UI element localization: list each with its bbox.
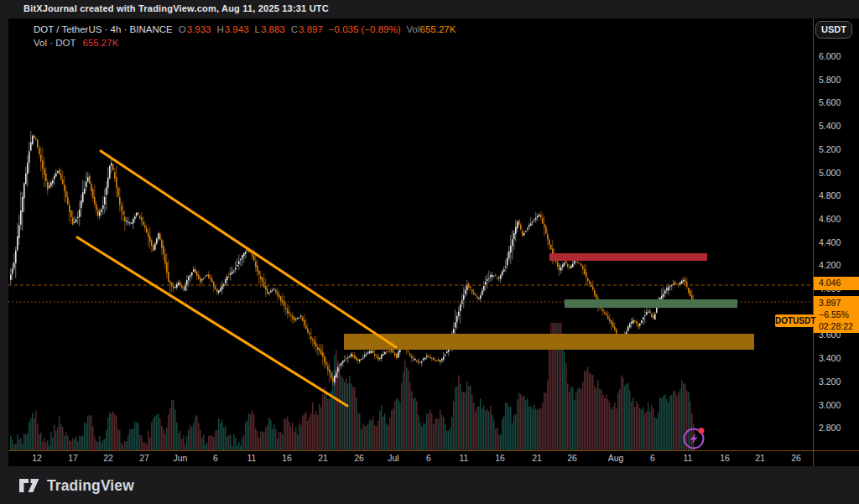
low-value: 3.883	[261, 24, 285, 34]
support-zone	[565, 299, 737, 308]
watermark-strip: BitXJournal created with TradingView.com…	[0, 0, 859, 18]
tradingview-logo-icon	[18, 475, 40, 496]
symbol-title[interactable]: DOT / TetherUS · 4h · BINANCE	[34, 24, 173, 34]
low-label: L	[255, 24, 260, 34]
watermark-text: BitXJournal created with TradingView.com…	[23, 3, 329, 13]
app-frame: BitXJournal created with TradingView.com…	[0, 0, 859, 504]
tradingview-logo[interactable]: TradingView	[18, 475, 134, 496]
volume-indicator-value: 655.27K	[82, 38, 118, 48]
demand-zone	[344, 334, 754, 350]
channel-upper	[101, 151, 396, 347]
high-label: H	[216, 24, 223, 34]
volume-value: 655.27K	[420, 24, 456, 34]
volume-label: Vol	[407, 24, 420, 34]
open-value: 3.933	[187, 24, 211, 34]
open-label: O	[179, 24, 186, 34]
chart-legend: DOT / TetherUS · 4h · BINANCEO3.933H3.94…	[34, 23, 456, 49]
volume-indicator-title[interactable]: Vol · DOT	[34, 38, 75, 48]
chart-area[interactable]: USDT 6.0005.8005.6005.4005.2005.0004.800…	[0, 18, 859, 466]
channel-lower	[77, 237, 347, 406]
close-label: C	[291, 24, 298, 34]
chart-canvas[interactable]	[0, 18, 859, 466]
close-value: 3.897	[299, 24, 323, 34]
footer-bar: TradingView	[0, 466, 859, 504]
legend-line1: DOT / TetherUS · 4h · BINANCEO3.933H3.94…	[34, 23, 456, 36]
resistance-zone	[549, 253, 707, 261]
tradingview-logo-text: TradingView	[47, 477, 134, 495]
change-value: −0.035 (−0.89%)	[329, 24, 401, 34]
symbol-axis-tag[interactable]: DOTUSDT	[775, 314, 814, 327]
legend-line2: Vol · DOT655.27K	[34, 36, 456, 49]
high-value: 3.943	[225, 24, 249, 34]
